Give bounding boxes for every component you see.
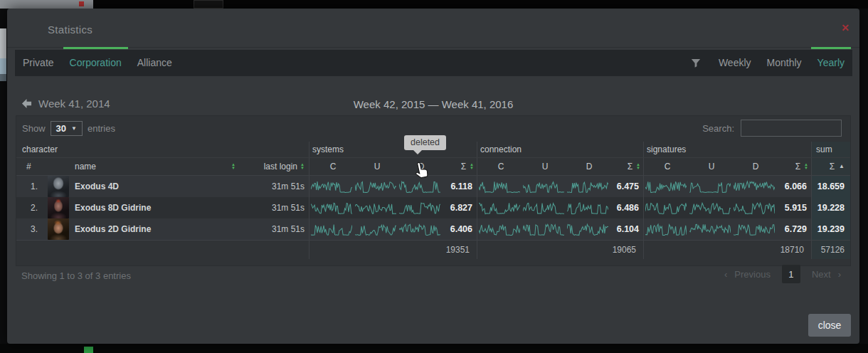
sparkline-chart <box>689 201 731 215</box>
col-header-avatar <box>45 158 72 175</box>
group-systems: systems <box>309 142 477 157</box>
search-input[interactable] <box>741 120 842 137</box>
modal-title: Statistics <box>48 23 92 36</box>
background-topbar <box>0 0 868 9</box>
chevron-left-icon: ‹ <box>724 269 727 280</box>
total-cell: 19.228 <box>811 197 850 218</box>
search-control: Search: <box>702 120 842 138</box>
search-label: Search: <box>702 120 734 138</box>
pagination-previous[interactable]: ‹ Previous <box>724 269 771 280</box>
chevron-down-icon: ▼ <box>71 125 77 132</box>
col-header-updated[interactable]: U <box>355 162 399 172</box>
pagination-next[interactable]: Next › <box>812 269 841 280</box>
close-button[interactable]: close <box>808 314 851 337</box>
sparkline-chart <box>567 179 608 194</box>
pagination: ‹ Previous 1 Next › <box>724 265 841 283</box>
tab-alliance[interactable]: Alliance <box>131 50 179 76</box>
table-row[interactable]: 2. Exodus 8D Gidrine 31m 51s 6.827 6.486 <box>16 197 850 218</box>
col-header-updated[interactable]: U <box>689 162 734 172</box>
sparkline-chart <box>399 222 440 236</box>
connection-cell: 6.486 <box>477 197 643 218</box>
background-fragment <box>194 0 223 9</box>
tab-monthly[interactable]: Monthly <box>761 50 808 76</box>
connection-cell: 6.104 <box>477 218 643 240</box>
table-row[interactable]: 1. Exodus 4D 31m 51s 6.118 6.475 <box>16 176 850 197</box>
col-header-updated[interactable]: U <box>523 162 567 172</box>
connection-sum: 6.104 <box>611 224 643 234</box>
sparkline-chart <box>355 222 396 236</box>
sparkline-chart <box>567 222 608 236</box>
sort-icon: ▲▼ <box>470 163 474 170</box>
col-headers-signatures: C U D Σ ▲▼ <box>643 158 811 175</box>
col-header-last-login[interactable]: last login ▲▼ <box>235 162 309 172</box>
tab-private[interactable]: Private <box>16 50 60 76</box>
sparkline-chart <box>479 222 520 236</box>
col-header-name[interactable]: name ▲▼ <box>72 162 235 172</box>
row-rank: 2. <box>16 203 45 213</box>
tab-corporation[interactable]: Corporation <box>63 50 128 76</box>
character-name: Exodus 2D Gidrine <box>75 224 151 234</box>
header-divider <box>7 47 859 48</box>
background-fragment <box>0 344 868 353</box>
last-login-value: 31m 51s <box>235 181 309 191</box>
col-header-created[interactable]: C <box>479 162 523 172</box>
sparkline-chart <box>399 201 440 215</box>
systems-sum: 6.118 <box>443 181 477 191</box>
col-header-sum[interactable]: Σ ▲▼ <box>611 162 643 172</box>
group-character: character <box>16 142 309 157</box>
signatures-sum: 6.066 <box>778 181 811 191</box>
signatures-cell: 6.729 <box>643 218 811 240</box>
tabbar-spacer <box>180 50 681 76</box>
footer-systems-total: 19351 <box>309 241 477 259</box>
tab-yearly[interactable]: Yearly <box>811 50 851 76</box>
sparkline-chart <box>689 222 731 236</box>
col-header-sum[interactable]: Σ ▲▼ <box>778 162 811 172</box>
col-header-created[interactable]: C <box>645 162 689 172</box>
col-header-created[interactable]: C <box>311 162 355 172</box>
tooltip: deleted <box>404 135 446 150</box>
col-headers-connection: C U D Σ ▲▼ <box>477 158 643 175</box>
table-footer-row: 19351 19065 18710 57126 <box>16 240 850 259</box>
group-signatures: signatures <box>643 142 811 157</box>
sort-icon: ▲▼ <box>804 163 808 170</box>
sparkline-chart <box>311 201 352 215</box>
pagination-page-1[interactable]: 1 <box>782 265 800 283</box>
sort-ascending-icon: ▲ <box>839 164 845 169</box>
filter-icon[interactable] <box>681 50 711 76</box>
row-rank: 3. <box>16 224 45 234</box>
background-fragment <box>79 1 84 6</box>
last-login-value: 31m 51s <box>235 203 309 213</box>
character-avatar <box>48 197 69 218</box>
sparkline-chart <box>645 179 687 194</box>
footer-sum-total: 57126 <box>811 241 850 259</box>
week-range-title: Week 42, 2015 — Week 41, 2016 <box>7 98 859 110</box>
sparkline-chart <box>689 179 731 194</box>
sort-icon: ▲▼ <box>300 163 305 170</box>
connection-cell: 6.475 <box>477 176 643 197</box>
col-header-total[interactable]: Σ ▲ <box>811 158 850 175</box>
systems-cell: 6.118 <box>309 176 477 197</box>
col-header-sum[interactable]: Σ ▲▼ <box>443 162 477 172</box>
col-header-deleted[interactable]: D <box>567 162 611 172</box>
col-header-index[interactable]: # <box>16 162 45 172</box>
background-fragment <box>84 347 93 353</box>
signatures-cell: 6.066 <box>643 176 811 197</box>
systems-sum: 6.827 <box>443 203 477 213</box>
sparkline-chart <box>734 179 775 194</box>
table-column-header-row: # name ▲▼ last login ▲▼ C U D Σ ▲▼ <box>16 157 850 176</box>
row-rank: 1. <box>16 181 45 191</box>
col-header-deleted[interactable]: D <box>734 162 778 172</box>
tab-weekly[interactable]: Weekly <box>712 50 758 76</box>
sparkline-chart <box>311 179 352 194</box>
total-cell: 19.239 <box>811 218 850 240</box>
table-row[interactable]: 3. Exodus 2D Gidrine 31m 51s 6.406 6.104 <box>16 218 850 240</box>
sparkline-chart <box>734 201 775 215</box>
sparkline-chart <box>645 222 687 236</box>
sparkline-chart <box>734 222 775 236</box>
close-icon[interactable]: ✕ <box>841 22 850 33</box>
screen: Statistics ✕ Private Corporation Allianc… <box>0 0 868 353</box>
entries-label: entries <box>88 123 115 134</box>
page-length-select[interactable]: 30 ▼ <box>51 121 83 136</box>
background-fragment <box>0 28 6 58</box>
sparkline-chart <box>355 201 396 215</box>
